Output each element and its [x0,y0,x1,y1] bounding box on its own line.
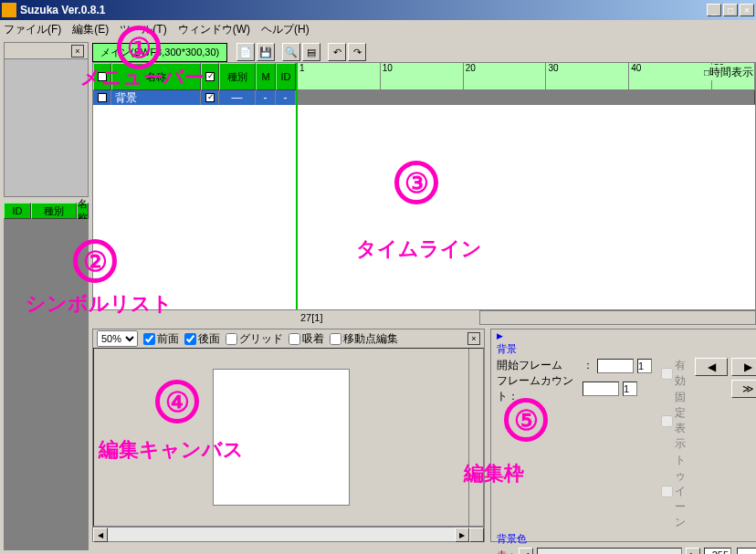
redo-button[interactable]: ↷ [348,43,366,61]
timeline-toolbar: メイン(SWF8,300*300,30) 📄 💾 🔍 ▤ ↶ ↷ [92,42,756,62]
group-background: 背景 [497,342,756,356]
red-slider-right[interactable]: ▶ [686,548,700,554]
chk-fixed: 固定表示 [661,390,686,452]
ruler-tick: 1 [298,63,381,89]
save-button[interactable]: 💾 [257,43,275,61]
canvas-panel: 50% 前面 後面 グリッド 吸着 移動点編集 × ◀ [92,329,485,542]
tl-col-m[interactable]: M [256,63,276,90]
menu-edit[interactable]: 編集(E) [72,22,109,37]
maximize-button[interactable]: □ [723,4,738,16]
timeline-ruler[interactable]: 1 10 20 30 40 50 □時間表示 [298,63,755,90]
timeline-tab-main[interactable]: メイン(SWF8,300*300,30) [92,43,227,62]
layer-row-vis[interactable]: ✓ [205,93,215,102]
red-slider-left[interactable]: ◀ [519,548,533,554]
new-button[interactable]: 📄 [236,43,255,61]
timeline-track-bg[interactable] [298,90,755,105]
ruler-tick: 20 [464,63,547,89]
group-bgcolor: 背景色 [497,532,756,546]
titlebar: Suzuka Ver.0.8.1 _ □ × [0,0,756,20]
layer-row-name: 背景 [111,90,201,105]
layer-vis-checkbox[interactable]: ✓ [205,72,215,81]
zoom-select[interactable]: 50% [97,330,138,347]
red-value[interactable]: 255 [704,548,731,554]
menu-help[interactable]: ヘルプ(H) [261,22,310,37]
expand-icon[interactable]: ▶ [497,331,503,340]
label-red: 赤： [497,549,515,555]
nav-next-button[interactable]: ▶ [731,358,756,376]
canvas-vscroll[interactable] [468,349,483,526]
tl-col-type[interactable]: 種別 [219,63,256,90]
chk-valid: 有効 [661,358,686,389]
minimize-button[interactable]: _ [707,4,721,16]
opt-grid[interactable]: グリッド [226,331,283,347]
symlist-col-name[interactable]: 名称 [77,203,89,219]
opt-back[interactable]: 後面 [184,331,220,347]
edit-canvas[interactable] [94,349,468,526]
layer-row-id: - [276,90,296,105]
canvas-corner [469,528,484,542]
input-start-frame-2[interactable] [637,359,652,373]
symbol-list-body[interactable] [4,219,89,550]
frame-counter: 27[1] [297,310,479,325]
label-start-frame: 開始フレーム [497,358,579,373]
layer-row-type: ― [219,90,256,105]
ruler-tick: 10 [381,63,464,89]
search-button[interactable]: 🔍 [282,43,300,61]
symlist-col-type[interactable]: 種別 [31,203,77,219]
layer-row-bg[interactable]: 背景 ✓ ― - - [93,90,296,105]
nav-fastnext-button[interactable]: ≫ [731,380,756,398]
canvas-hscroll[interactable] [108,528,455,541]
canvas-close-button[interactable]: × [467,332,480,345]
close-button[interactable]: × [740,4,754,16]
window-title: Suzuka Ver.0.8.1 [20,4,707,16]
label-frame-count: フレームカウント： [497,373,579,404]
nav-prev-button[interactable]: ◀ [695,358,728,376]
panel-close-button[interactable]: × [71,45,84,57]
input-frame-count[interactable] [583,382,619,396]
app-icon [2,3,16,17]
input-frame-count-2[interactable] [623,382,637,396]
opt-movept[interactable]: 移動点編集 [330,331,398,347]
menu-file[interactable]: ファイル(F) [4,22,61,37]
layer-header-checkbox[interactable] [98,72,107,81]
ruler-tick: 30 [546,63,629,89]
symbol-list-panel: ID 種別 名称 [4,203,89,550]
red-slider[interactable] [537,548,682,554]
tl-col-id[interactable]: ID [276,63,296,90]
input-start-frame[interactable] [597,359,634,373]
ruler-tick: 40 [629,63,712,89]
tl-col-name[interactable]: 名称 [111,63,201,90]
time-display-toggle[interactable]: □時間表示 [704,65,753,80]
menubar: ファイル(F) 編集(E) ツール(T) ウィンドウ(W) ヘルプ(H) [0,20,756,38]
menu-window[interactable]: ウィンドウ(W) [178,22,250,37]
preview-panel: × [4,42,89,197]
chk-tween: トゥイーン [661,453,686,530]
opt-snap[interactable]: 吸着 [289,331,324,347]
edit-frame-panel: ▶ 背景 開始フレーム ： フレームカウント： [490,329,756,542]
list-button[interactable]: ▤ [302,43,320,61]
menu-tool[interactable]: ツール(T) [120,22,166,37]
opt-front[interactable]: 前面 [143,331,179,347]
timeline-hscroll[interactable] [479,310,756,325]
canvas-scroll-left[interactable]: ◀ [93,528,108,542]
undo-button[interactable]: ↶ [328,43,346,61]
color-swatch[interactable] [737,548,756,554]
layer-row-m: - [256,90,276,105]
layer-row-checkbox[interactable] [98,93,107,102]
symlist-col-id[interactable]: ID [4,203,31,219]
canvas-scroll-right[interactable]: ▶ [455,528,469,542]
